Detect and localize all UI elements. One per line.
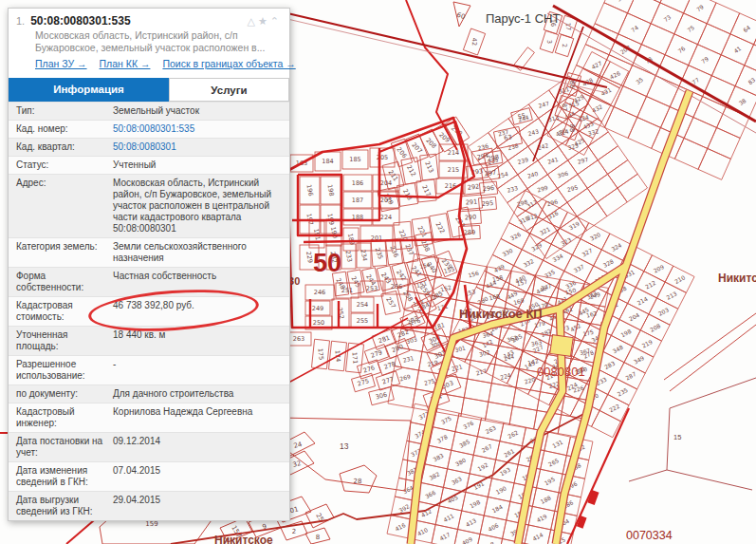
panel-header: 1. 50:08:0080301:535 △★⌃ Московская обла… [9,9,289,76]
field-row: Кадастровый инженер:Корнилова Надежда Се… [9,403,289,432]
parcel-number: 250 [313,319,324,327]
parcel-number: 263 [293,335,304,343]
parcel-number: 186 [352,179,363,187]
panel-header-icons: △★⌃ [247,15,282,28]
app-window: 7964843773754136747679832027877383524427… [0,0,756,544]
field-label: Статус: [9,157,111,174]
tab-information[interactable]: Информация [9,78,169,102]
map-label: Никитское КП [459,307,543,321]
field-row: Кадастровая стоимость:46 738 392,80 руб. [9,296,289,326]
field-label: Разрешенное использование: [9,356,111,385]
field-label: Кад. квартал: [9,139,111,156]
parcel-number: 88 [568,124,576,132]
parcel-number: 224 [380,214,392,221]
collapse-icon[interactable]: ⌃ [270,15,282,28]
favorite-star-icon[interactable]: ★ [258,15,270,28]
warning-icon[interactable]: △ [247,15,257,28]
parcel-number: 87 [561,103,568,112]
parcel-number: 246 [314,289,325,296]
parcel-number: 289 [464,229,476,237]
parcel-number: 2 [292,528,296,535]
field-value: - [111,356,289,385]
field-label: Дата изменения сведений в ГКН: [9,462,111,491]
plan-kk-link[interactable]: План КК → [100,58,151,69]
field-row: Тип:Земельный участок [9,102,289,120]
field-label: Кадастровый инженер: [9,403,111,432]
field-label: Кадастровая стоимость: [9,297,111,326]
parcel-number: 205 [377,154,388,161]
field-row: Кад. номер:50:08:0080301:535 [9,120,289,138]
parcel-number: 8 [316,534,320,541]
parcel-number: 254 [357,301,368,309]
field-value-link[interactable]: 50:08:0080301 [111,139,289,156]
parcel-number: 253 [366,285,378,292]
field-value: Частная собственность [111,268,289,296]
field-label: Уточненная площадь: [9,327,111,355]
field-row: Статус:Учтенный [9,156,289,174]
plan-links: План ЗУ → План КК → Поиск в границах объ… [35,58,282,69]
parcel-number: 292 [467,182,479,191]
parcel-number: 175 [317,348,325,361]
map-label: Никитское [718,272,756,285]
field-row: Категория земель:Земли сельскохозяйствен… [9,237,289,267]
result-number: 1. [16,15,25,27]
parcel-number: 28 [354,478,362,485]
field-value: Для дачного строительства [111,385,289,403]
field-label: Дата выгрузки сведений из ГКН: [9,492,111,520]
parcel-number: 291 [465,197,477,206]
field-label: Форма собственности: [9,268,111,296]
parcel-number: 42 [470,38,478,46]
parcel-number: 290 [465,214,477,222]
field-label: Адрес: [9,175,111,237]
plan-zu-link[interactable]: План ЗУ → [35,58,87,69]
parcel-number: 297 [484,169,496,178]
field-row: Адрес:Московская область, Истринский рай… [9,174,289,237]
map-label: 0080301 [537,365,585,379]
field-value: 29.04.2015 [111,492,289,520]
field-row: Уточненная площадь:18 440 кв. м [9,326,289,355]
parcel-description: Московская область, Истринский район, с/… [35,29,274,54]
field-label: Дата постановки на учет: [9,433,111,461]
field-value: Земли сельскохозяйственного назначения [111,238,289,267]
parcel-number: 296 [482,184,494,193]
parcel-number: 251 [341,287,353,294]
road-junction [550,335,574,357]
parcel-number: 185 [349,156,360,163]
parcel-number: 187 [352,197,363,204]
field-row: Кад. квартал:50:08:0080301 [9,138,289,156]
map-label: 13 [340,441,349,451]
field-row: Форма собственности:Частная собственност… [9,267,289,296]
parcel-number: 63 [504,133,513,142]
map-parcel[interactable] [388,385,415,407]
field-value: 46 738 392,80 руб. [111,297,289,326]
parcel-number: 295 [481,199,493,208]
field-value: Московская область, Истринский район, с/… [111,175,289,237]
parcel-number: 171 [351,352,360,365]
field-label: Категория земель: [9,238,111,267]
field-value-link[interactable]: 50:08:0080301:535 [111,121,289,138]
parcel-number: 215 [448,166,459,174]
tab-services[interactable]: Услуги [169,78,289,102]
parcel-number: 184 [322,158,333,165]
search-in-bounds-link[interactable]: Поиск в границах объекта → [162,58,295,69]
field-label: Тип: [9,103,111,120]
map-label: 50 [313,249,341,277]
field-value: 07.04.2015 [111,462,289,491]
field-value: 09.12.2014 [111,433,289,461]
field-row: Разрешенное использование:- [9,355,289,385]
parcel-number: 255 [357,317,368,325]
parcel-number: 3 [545,40,553,44]
parcel-number: 249 [312,305,323,312]
field-row: Дата изменения сведений в ГКН:07.04.2015 [9,461,289,491]
field-row: Дата выгрузки сведений из ГКН:29.04.2015 [9,491,289,520]
field-value: Земельный участок [111,103,289,120]
field-value: 18 440 кв. м [111,327,289,355]
map-label: Парус-1 СНТ [486,11,560,26]
parcel-fields-table: Тип:Земельный участокКад. номер:50:08:00… [9,102,289,520]
field-value: Учтенный [111,157,289,174]
panel-tabs: Информация Услуги [9,78,289,102]
field-value: Корнилова Надежда Сергеевна [111,403,289,432]
field-label: Кад. номер: [9,121,111,138]
info-panel: 1. 50:08:0080301:535 △★⌃ Московская обла… [8,8,290,521]
map-label: 15 [673,433,681,441]
